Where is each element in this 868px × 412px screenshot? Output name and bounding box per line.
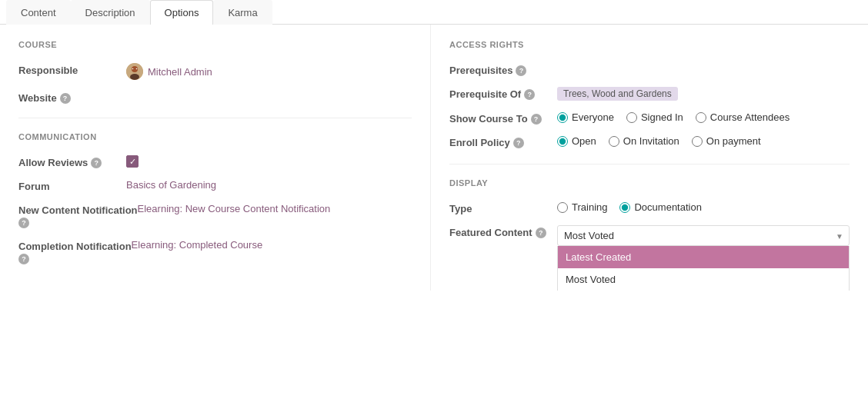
completion-notification-help-icon[interactable]: ? [18,254,29,264]
type-row: Type Training Documentation [449,201,850,214]
prerequisite-of-row: Prerequisite Of ? Trees, Wood and Garden… [449,87,850,101]
course-section-title: COURSE [18,40,412,52]
tab-karma[interactable]: Karma [213,0,272,25]
enroll-policy-open[interactable]: Open [557,135,596,147]
show-course-to-help-icon[interactable]: ? [531,114,542,125]
show-course-to-course-attendees[interactable]: Course Attendees [696,111,790,123]
enroll-policy-on-payment[interactable]: On payment [692,135,761,147]
enroll-policy-options: Open On Invitation On payment [557,135,850,147]
show-course-to-options: Everyone Signed In Course Attendees [557,111,850,123]
main-content: COURSE Responsible Mitc [0,25,868,291]
tabs-bar: Content Description Options Karma [0,0,868,25]
website-label: Website ? [18,91,126,104]
avatar [126,63,143,80]
responsible-row: Responsible Mitchell Admin [18,63,412,80]
featured-content-dropdown-container: Most Voted ▼ Latest Created Most Voted M… [557,225,850,246]
dropdown-item-most-voted[interactable]: Most Voted [558,268,849,291]
svg-point-4 [136,68,138,70]
show-course-to-row: Show Course To ? Everyone Signed In Cour… [449,111,850,125]
allow-reviews-label: Allow Reviews ? [18,155,126,168]
dropdown-arrow-icon: ▼ [836,231,843,240]
enroll-policy-on-invitation[interactable]: On Invitation [609,135,679,147]
featured-content-selected[interactable]: Most Voted ▼ [557,225,850,246]
allow-reviews-checkbox[interactable]: ✓ [126,155,139,168]
right-panel: ACCESS RIGHTS Prerequisites ? Prerequisi… [431,25,868,291]
access-rights-title: ACCESS RIGHTS [449,40,850,52]
display-section-title: DISPLAY [449,178,850,191]
prerequisite-of-label: Prerequisite Of ? [449,87,557,100]
enroll-policy-help-icon[interactable]: ? [513,138,524,148]
allow-reviews-value: ✓ [126,155,412,168]
type-label: Type [449,201,557,214]
tab-content[interactable]: Content [6,0,71,25]
featured-content-dropdown[interactable]: Most Voted ▼ Latest Created Most Voted M… [557,225,850,246]
type-documentation[interactable]: Documentation [619,201,701,213]
prerequisites-row: Prerequisites ? [449,63,850,76]
type-training[interactable]: Training [557,201,607,213]
new-content-notification-label: New Content Notification ? [18,203,138,228]
prerequisites-label: Prerequisites ? [449,63,557,76]
forum-link[interactable]: Basics of Gardening [126,179,216,191]
show-course-to-label: Show Course To ? [449,111,557,125]
access-rights-section: ACCESS RIGHTS Prerequisites ? Prerequisi… [449,40,850,148]
display-section: DISPLAY Type Training Documentation [449,178,850,246]
forum-label: Forum [18,179,126,192]
featured-content-help-icon[interactable]: ? [536,228,546,238]
allow-reviews-help-icon[interactable]: ? [91,158,102,168]
show-course-to-everyone[interactable]: Everyone [557,111,614,123]
prerequisites-help-icon[interactable]: ? [516,65,526,76]
divider-display [449,164,850,164]
enroll-policy-label: Enroll Policy ? [449,135,557,148]
new-content-notification-link[interactable]: Elearning: New Course Content Notificati… [138,203,331,214]
tab-options[interactable]: Options [150,0,214,25]
prerequisite-of-tag[interactable]: Trees, Wood and Gardens [557,87,678,101]
forum-value: Basics of Gardening [126,179,412,191]
enroll-policy-row: Enroll Policy ? Open On Invitation On pa… [449,135,850,148]
left-panel: COURSE Responsible Mitc [0,25,431,291]
communication-section-title: COMMUNICATION [18,132,412,145]
forum-row: Forum Basics of Gardening [18,179,412,192]
responsible-name[interactable]: Mitchell Admin [148,66,212,78]
tab-description[interactable]: Description [71,0,150,25]
svg-point-3 [132,68,134,70]
prerequisite-of-help-icon[interactable]: ? [524,89,535,100]
completion-notification-row: Completion Notification ? Elearning: Com… [18,239,412,264]
website-row: Website ? [18,91,412,104]
featured-content-row: Featured Content ? Most Voted ▼ Latest C… [449,225,850,246]
completion-notification-label: Completion Notification ? [18,239,132,264]
featured-content-menu: Latest Created Most Voted Most Viewed Se… [557,246,850,291]
completion-notification-value: Elearning: Completed Course [132,239,412,251]
show-course-to-signed-in[interactable]: Signed In [626,111,683,123]
new-content-notification-value: Elearning: New Course Content Notificati… [138,203,412,214]
featured-content-label: Featured Content ? [449,225,557,238]
allow-reviews-row: Allow Reviews ? ✓ [18,155,412,168]
new-content-notification-row: New Content Notification ? Elearning: Ne… [18,203,412,228]
prerequisite-of-value: Trees, Wood and Gardens [557,87,850,101]
new-content-notification-help-icon[interactable]: ? [18,218,29,228]
dropdown-item-latest-created[interactable]: Latest Created [558,246,849,268]
type-options: Training Documentation [557,201,850,213]
divider-communication [18,118,412,118]
website-help-icon[interactable]: ? [60,93,71,104]
completion-notification-link[interactable]: Elearning: Completed Course [132,239,263,251]
svg-point-2 [130,74,139,80]
responsible-label: Responsible [18,63,126,76]
responsible-value: Mitchell Admin [126,63,412,80]
